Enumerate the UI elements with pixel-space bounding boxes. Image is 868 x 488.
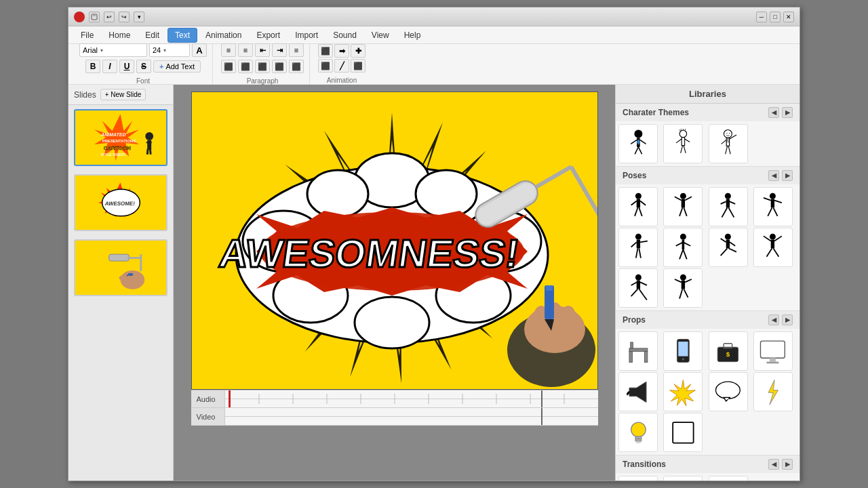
char-next-btn[interactable]: ▶	[782, 107, 793, 118]
libraries-title: Libraries	[616, 85, 800, 104]
pose-10[interactable]	[663, 268, 703, 308]
quick-save-btn[interactable]	[89, 12, 100, 22]
svg-line-99	[727, 138, 728, 142]
pose-7[interactable]	[709, 228, 748, 267]
prop-3[interactable]: $	[709, 331, 748, 371]
char-theme-3[interactable]	[709, 124, 748, 163]
menu-import[interactable]: Import	[288, 28, 325, 42]
trans-prev-btn[interactable]: ◀	[768, 459, 779, 470]
pose-4[interactable]	[753, 187, 793, 226]
anim-btn-4[interactable]: ⬛	[318, 59, 333, 73]
add-text-btn[interactable]: + Add Text	[153, 60, 201, 73]
slide-thumb-2[interactable]: 2 AWESOME!	[74, 174, 167, 231]
svg-rect-166	[629, 348, 648, 351]
slide-thumb-3[interactable]: 3	[74, 239, 167, 296]
transitions-label: Transitions	[623, 460, 666, 469]
poses-prev-btn[interactable]: ◀	[768, 170, 779, 181]
svg-point-8	[145, 132, 153, 140]
para-extra-btn[interactable]: ≡	[289, 43, 304, 57]
trans-next-btn[interactable]: ▶	[782, 459, 793, 470]
italic-btn[interactable]: I	[102, 60, 117, 73]
prop1-icon	[623, 336, 654, 367]
svg-point-147	[770, 233, 776, 239]
redo-btn[interactable]: ↪	[119, 12, 130, 22]
svg-rect-1	[93, 14, 96, 16]
props-header: Props ◀ ▶	[616, 311, 800, 329]
slide-thumb-inner-3	[75, 241, 166, 295]
prop-10[interactable]	[663, 413, 703, 452]
main-text[interactable]: AWESOMNESS!	[216, 231, 521, 275]
menu-animation[interactable]: Animation	[199, 28, 248, 42]
font-family-dropdown[interactable]: Arial ▾	[79, 43, 147, 57]
bullet-list-btn[interactable]: ≡	[221, 43, 236, 57]
indent-increase-btn[interactable]: ⇥	[272, 43, 287, 57]
anim-btn-5[interactable]: ╱	[334, 59, 349, 73]
align-right-btn[interactable]: ⬛	[255, 60, 270, 73]
svg-line-134	[639, 248, 641, 258]
svg-line-164	[679, 289, 682, 298]
font-size-dropdown[interactable]: 24 ▾	[149, 43, 190, 57]
char-theme-1[interactable]	[618, 124, 658, 163]
prop-5[interactable]	[618, 372, 658, 411]
close-btn[interactable]: ✕	[783, 12, 794, 22]
indent-decrease-btn[interactable]: ⇤	[255, 43, 270, 57]
menu-text[interactable]: Text	[167, 28, 197, 43]
slide-canvas[interactable]: AWESOMNESS!	[191, 92, 598, 390]
prop-7[interactable]	[709, 372, 748, 411]
trans-2[interactable]	[663, 476, 703, 481]
minimize-btn[interactable]: ─	[756, 12, 767, 22]
pose-8[interactable]	[753, 228, 793, 267]
prop-9[interactable]	[618, 413, 658, 452]
anim-btn-2[interactable]: ➡	[334, 44, 349, 58]
menu-view[interactable]: View	[365, 28, 396, 42]
underline-btn[interactable]: U	[119, 60, 134, 73]
pose-2[interactable]	[663, 187, 703, 226]
prop-6[interactable]	[663, 372, 703, 411]
prop-2[interactable]	[663, 331, 703, 371]
poses-next-btn[interactable]: ▶	[782, 170, 793, 181]
undo-btn[interactable]: ↩	[104, 12, 115, 22]
align-extra-btn[interactable]: ⬛	[289, 60, 304, 73]
trans-1[interactable]	[618, 476, 658, 481]
props-next-btn[interactable]: ▶	[782, 314, 793, 325]
pose-3[interactable]	[709, 187, 748, 226]
pose-9[interactable]	[618, 268, 658, 308]
numbered-list-btn[interactable]: ≡	[238, 43, 253, 57]
font-grow-btn[interactable]: A	[192, 43, 207, 57]
menu-edit[interactable]: Edit	[138, 28, 166, 42]
audio-track[interactable]	[225, 390, 598, 407]
pose-1[interactable]	[618, 187, 658, 226]
props-prev-btn[interactable]: ◀	[768, 314, 779, 325]
new-slide-btn[interactable]: + New Slide	[100, 89, 146, 100]
anim-btn-1[interactable]: ⬛	[318, 44, 333, 58]
anim-btn-6[interactable]: ⬛	[351, 59, 366, 73]
anim-btn-3[interactable]: ✚	[351, 44, 366, 58]
menu-export[interactable]: Export	[250, 28, 287, 42]
svg-marker-186	[768, 380, 778, 405]
menu-help[interactable]: Help	[397, 28, 428, 42]
trans-3[interactable]	[709, 476, 748, 481]
svg-line-140	[683, 249, 686, 259]
menu-file[interactable]: File	[74, 28, 100, 42]
prop-8[interactable]	[753, 372, 793, 411]
strikethrough-btn[interactable]: S	[136, 60, 151, 73]
char-prev-btn[interactable]: ◀	[768, 107, 779, 118]
extra-btn[interactable]: ▾	[134, 12, 144, 22]
toolbar: Arial ▾ 24 ▾ A B I U S + Add Text Font	[68, 44, 800, 85]
menu-sound[interactable]: Sound	[326, 28, 363, 42]
video-track[interactable]	[225, 408, 598, 425]
svg-line-139	[679, 249, 683, 259]
bold-btn[interactable]: B	[85, 60, 100, 73]
svg-line-114	[685, 197, 692, 200]
char-theme-2[interactable]	[663, 124, 703, 163]
maximize-btn[interactable]: □	[770, 12, 781, 22]
prop-4[interactable]	[753, 331, 793, 371]
slide-thumb-1[interactable]: 1 ANIMATED PRESENTATIONS CARTOON STYLE V…	[74, 109, 167, 166]
align-center-btn[interactable]: ⬛	[238, 60, 253, 73]
prop-1[interactable]	[618, 331, 658, 371]
pose-6[interactable]	[663, 228, 703, 267]
align-left-btn[interactable]: ⬛	[221, 60, 236, 73]
align-justify-btn[interactable]: ⬛	[272, 60, 287, 73]
menu-home[interactable]: Home	[102, 28, 137, 42]
pose-5[interactable]	[618, 228, 658, 267]
